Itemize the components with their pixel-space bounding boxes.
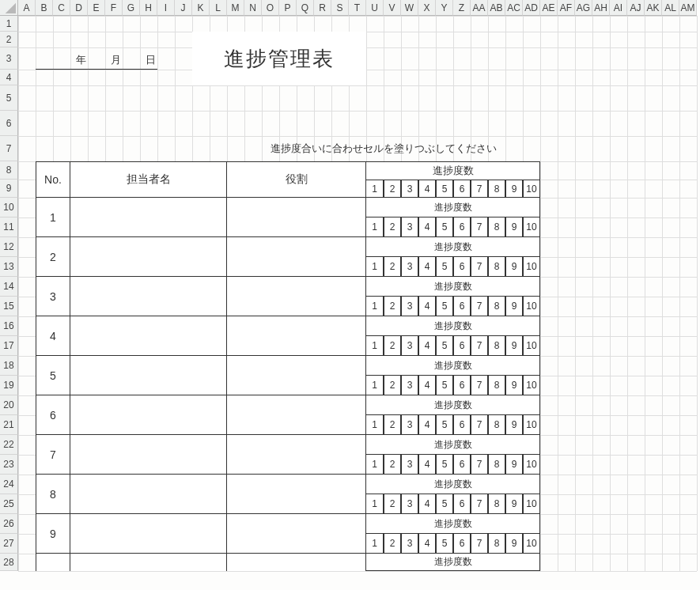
col-header-D[interactable]: D <box>70 0 88 16</box>
cell-progress-7-6[interactable]: 6 <box>453 455 471 475</box>
col-header-Z[interactable]: Z <box>453 0 471 16</box>
cell-progress-5-5[interactable]: 5 <box>436 376 453 395</box>
col-header-G[interactable]: G <box>123 0 140 16</box>
cell-progress-2-4[interactable]: 4 <box>418 257 436 277</box>
cell-progress-1-5[interactable]: 5 <box>436 217 453 237</box>
cell-progress-9-6[interactable]: 6 <box>453 534 471 554</box>
row-header-3[interactable]: 3 <box>0 47 18 70</box>
cell-progress-6-4[interactable]: 4 <box>418 415 436 435</box>
cell-progress-3-2[interactable]: 2 <box>384 297 401 316</box>
col-header-AF[interactable]: AF <box>558 0 575 16</box>
cell-person-8[interactable] <box>70 475 227 514</box>
row-header-7[interactable]: 7 <box>0 136 18 161</box>
row-header-9[interactable]: 9 <box>0 180 18 198</box>
col-header-H[interactable]: H <box>140 0 157 16</box>
cell-progress-4-3[interactable]: 3 <box>401 336 418 356</box>
col-header-AE[interactable]: AE <box>540 0 558 16</box>
cell-progress-2-3[interactable]: 3 <box>401 257 418 277</box>
row-header-13[interactable]: 13 <box>0 257 18 277</box>
cell-progress-4-7[interactable]: 7 <box>471 336 488 356</box>
row-header-28[interactable]: 28 <box>0 554 18 571</box>
col-header-S[interactable]: S <box>331 0 349 16</box>
cell-progress-9-8[interactable]: 8 <box>488 534 505 554</box>
row-header-21[interactable]: 21 <box>0 415 18 435</box>
cell-progress-9-3[interactable]: 3 <box>401 534 418 554</box>
cell-progress-8-3[interactable]: 3 <box>401 494 418 514</box>
cell-progress-7-2[interactable]: 2 <box>384 455 401 475</box>
row-header-24[interactable]: 24 <box>0 475 18 494</box>
cell-progress-2-1[interactable]: 1 <box>366 257 384 277</box>
cell-progress-3-9[interactable]: 9 <box>505 297 523 316</box>
cell-progress-3-6[interactable]: 6 <box>453 297 471 316</box>
cell-role-3[interactable] <box>227 277 366 316</box>
col-header-J[interactable]: J <box>175 0 192 16</box>
row-header-19[interactable]: 19 <box>0 376 18 395</box>
cell-progress-6-7[interactable]: 7 <box>471 415 488 435</box>
cell-progress-3-5[interactable]: 5 <box>436 297 453 316</box>
cell-progress-5-2[interactable]: 2 <box>384 376 401 395</box>
row-header-20[interactable]: 20 <box>0 395 18 415</box>
cell-progress-5-9[interactable]: 9 <box>505 376 523 395</box>
col-header-W[interactable]: W <box>401 0 418 16</box>
cell-progress-9-4[interactable]: 4 <box>418 534 436 554</box>
cell-progress-2-10[interactable]: 10 <box>523 257 540 277</box>
row-header-5[interactable]: 5 <box>0 85 18 111</box>
cell-progress-3-7[interactable]: 7 <box>471 297 488 316</box>
cell-role-4[interactable] <box>227 316 366 356</box>
cell-person-4[interactable] <box>70 316 227 356</box>
cell-progress-7-3[interactable]: 3 <box>401 455 418 475</box>
cell-role-2[interactable] <box>227 237 366 277</box>
cell-role-1[interactable] <box>227 198 366 237</box>
cell-progress-6-1[interactable]: 1 <box>366 415 384 435</box>
cell-progress-7-9[interactable]: 9 <box>505 455 523 475</box>
cell-progress-6-5[interactable]: 5 <box>436 415 453 435</box>
col-header-AL[interactable]: AL <box>662 0 679 16</box>
cell-role-9[interactable] <box>227 514 366 554</box>
row-header-4[interactable]: 4 <box>0 70 18 85</box>
cell-progress-1-4[interactable]: 4 <box>418 217 436 237</box>
cell-progress-1-9[interactable]: 9 <box>505 217 523 237</box>
col-header-AA[interactable]: AA <box>471 0 488 16</box>
row-header-17[interactable]: 17 <box>0 336 18 356</box>
cell-progress-3-10[interactable]: 10 <box>523 297 540 316</box>
cell-progress-9-9[interactable]: 9 <box>505 534 523 554</box>
col-header-AI[interactable]: AI <box>610 0 627 16</box>
cell-progress-3-8[interactable]: 8 <box>488 297 505 316</box>
cell-progress-6-6[interactable]: 6 <box>453 415 471 435</box>
cell-progress-7-1[interactable]: 1 <box>366 455 384 475</box>
col-header-X[interactable]: X <box>418 0 436 16</box>
row-header-23[interactable]: 23 <box>0 455 18 475</box>
cell-role-7[interactable] <box>227 435 366 475</box>
col-header-N[interactable]: N <box>244 0 262 16</box>
cell-progress-5-4[interactable]: 4 <box>418 376 436 395</box>
cell-person-6[interactable] <box>70 395 227 435</box>
cell-progress-1-2[interactable]: 2 <box>384 217 401 237</box>
cell-progress-6-8[interactable]: 8 <box>488 415 505 435</box>
cell-progress-4-10[interactable]: 10 <box>523 336 540 356</box>
row-header-25[interactable]: 25 <box>0 494 18 514</box>
row-header-22[interactable]: 22 <box>0 435 18 455</box>
cell-progress-5-8[interactable]: 8 <box>488 376 505 395</box>
cell-progress-1-3[interactable]: 3 <box>401 217 418 237</box>
col-header-I[interactable]: I <box>157 0 175 16</box>
row-header-8[interactable]: 8 <box>0 161 18 180</box>
cell-progress-8-6[interactable]: 6 <box>453 494 471 514</box>
cell-progress-7-5[interactable]: 5 <box>436 455 453 475</box>
date-year-field[interactable]: 年 <box>36 47 88 70</box>
cell-progress-2-6[interactable]: 6 <box>453 257 471 277</box>
col-header-F[interactable]: F <box>105 0 123 16</box>
cell-progress-4-8[interactable]: 8 <box>488 336 505 356</box>
cell-person-5[interactable] <box>70 356 227 395</box>
cell-progress-6-9[interactable]: 9 <box>505 415 523 435</box>
cell-progress-9-5[interactable]: 5 <box>436 534 453 554</box>
col-header-O[interactable]: O <box>262 0 279 16</box>
col-header-AB[interactable]: AB <box>488 0 505 16</box>
col-header-U[interactable]: U <box>366 0 384 16</box>
cell-progress-1-10[interactable]: 10 <box>523 217 540 237</box>
cell-person-1[interactable] <box>70 198 227 237</box>
date-day-field[interactable]: 日 <box>123 47 157 70</box>
col-header-P[interactable]: P <box>279 0 297 16</box>
col-header-E[interactable]: E <box>88 0 105 16</box>
cell-progress-8-1[interactable]: 1 <box>366 494 384 514</box>
cell-progress-1-1[interactable]: 1 <box>366 217 384 237</box>
